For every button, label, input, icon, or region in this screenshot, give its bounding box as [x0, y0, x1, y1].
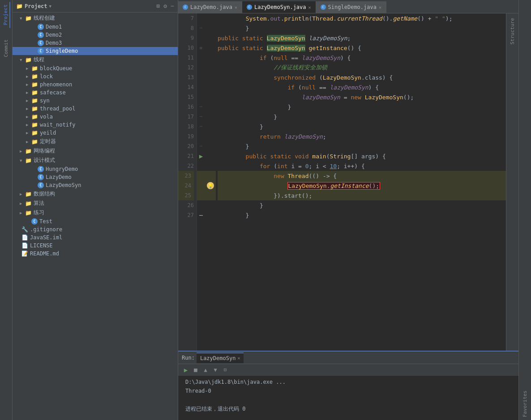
- fold-cell: [197, 181, 205, 191]
- line-num-22: 22: [188, 161, 194, 171]
- tree-label: Demo2: [46, 32, 62, 38]
- tree-item-demo2[interactable]: C Demo2: [13, 31, 178, 39]
- bulb-cell: [205, 132, 216, 141]
- tree-item-timer[interactable]: ▶ 📁 定时器: [13, 137, 178, 146]
- tab-close-icon[interactable]: ✕: [379, 5, 381, 10]
- bulb-cell: [205, 92, 216, 102]
- bulb-cell: [205, 191, 216, 200]
- tree-item-lazy-demo[interactable]: C LazyDemo: [13, 173, 178, 181]
- tree-item-lock[interactable]: ▶ 📁 lock: [13, 72, 178, 81]
- expand-icon: ▼: [20, 158, 25, 163]
- tree-item-javase-iml[interactable]: 📄 JavaSE.iml: [13, 233, 178, 242]
- left-sidebar: Project Commit: [0, 0, 13, 420]
- tree-item-phenomenon[interactable]: ▶ 📁 phenomenon: [13, 81, 178, 89]
- tree-item-gitignore[interactable]: 🔧 .gitignore: [13, 225, 178, 233]
- folder-icon: 📁: [25, 210, 32, 216]
- line-num-18: 18: [188, 122, 194, 132]
- code-line-9: public static LazyDemoSyn lazyDemoSyn;: [218, 33, 506, 43]
- folder-icon: 📁: [31, 106, 38, 112]
- tree-item-yeild[interactable]: ▶ 📁 yeild: [13, 129, 178, 137]
- code-line-14: if (null == lazyDemoSyn) {: [218, 82, 506, 92]
- fold-cell: [197, 200, 205, 210]
- run-up-button[interactable]: ▲: [201, 366, 210, 374]
- bulb-icon[interactable]: 💡: [207, 182, 214, 189]
- tree-item-demo1[interactable]: C Demo1: [13, 23, 178, 31]
- bulb-cell: [205, 112, 216, 122]
- collapse-icon: ▶: [26, 90, 31, 95]
- run-stop-button[interactable]: ■: [192, 366, 200, 374]
- layout-icon[interactable]: ⊞: [157, 3, 160, 9]
- fold-cell: [197, 13, 205, 23]
- tree-item-syn[interactable]: ▶ 📁 syn: [13, 97, 178, 105]
- bulb-cell: [205, 151, 216, 161]
- bulb-cell: [205, 13, 216, 23]
- tree-item-blockqueue[interactable]: ▶ 📁 blockQueue: [13, 64, 178, 72]
- tree-item-data-structure[interactable]: ▶ 📁 数据结构: [13, 189, 178, 199]
- project-header: 📁 Project ▼ ⊞ ⚙ −: [13, 0, 178, 13]
- tree-label: wait_notify: [40, 122, 75, 128]
- tab-label: LazyDemoSyn.java: [254, 4, 306, 10]
- tree-label: 定时器: [40, 138, 56, 145]
- settings-icon[interactable]: ⚙: [163, 3, 167, 9]
- folder-icon: 📁: [31, 139, 38, 145]
- editor-area: C LazyDemo.java ✕ C LazyDemoSyn.java ✕ C…: [178, 0, 518, 420]
- code-line-27: }: [218, 210, 506, 220]
- dropdown-icon[interactable]: ▼: [49, 4, 51, 8]
- sidebar-item-commit[interactable]: Commit: [2, 37, 10, 60]
- run-tab-close[interactable]: ✕: [237, 356, 240, 361]
- tree-item-license[interactable]: 📄 LICENSE: [13, 242, 178, 250]
- bulb-cell: [205, 171, 216, 181]
- sidebar-item-project[interactable]: Project: [2, 2, 10, 28]
- folder-icon: 📁: [31, 98, 38, 104]
- folder-icon: 📁: [25, 200, 32, 207]
- run-wrap-button[interactable]: ⊡: [221, 366, 229, 374]
- tab-single-demo[interactable]: C SingleDemo.java ✕: [316, 1, 386, 13]
- structure-panel: Structure: [506, 13, 518, 351]
- project-title: 📁 Project ▼: [16, 3, 51, 9]
- tree-item-test[interactable]: C Test: [13, 217, 178, 225]
- bulb-cell-24[interactable]: 💡: [205, 181, 216, 191]
- fold-cell: [197, 82, 205, 92]
- tab-close-icon[interactable]: ✕: [235, 5, 237, 10]
- tree-item-vola[interactable]: ▶ 📁 vola: [13, 113, 178, 121]
- folder-icon: 📁: [31, 81, 38, 88]
- tree-item-readme[interactable]: 📝 README.md: [13, 250, 178, 258]
- tree-label: LICENSE: [30, 242, 53, 249]
- collapse-icon: ▶: [26, 123, 31, 127]
- tree-item-safecase[interactable]: ▶ 📁 safecase: [13, 89, 178, 97]
- fold-cell: [197, 161, 205, 171]
- tree-item-design-pattern[interactable]: ▼ 📁 设计模式: [13, 156, 178, 165]
- tree-item-network[interactable]: ▶ 📁 网络编程: [13, 146, 178, 156]
- code-line-17: }: [218, 112, 506, 122]
- tree-item-demo3[interactable]: C Demo3: [13, 39, 178, 47]
- tree-item-thread-creation[interactable]: ▼ 📁 线程创建: [13, 13, 178, 23]
- run-play-button[interactable]: ▶: [182, 366, 190, 374]
- tree-item-hungry-demo[interactable]: C HungryDemo: [13, 165, 178, 173]
- line-num-14: 14: [188, 82, 194, 92]
- folder-icon: 📁: [25, 157, 32, 164]
- tab-lazy-demo-syn[interactable]: C LazyDemoSyn.java ✕: [242, 1, 316, 13]
- tree-item-wait-notify[interactable]: ▶ 📁 wait_notify: [13, 121, 178, 129]
- minimize-icon[interactable]: −: [171, 3, 174, 9]
- line-num-10: 10: [188, 43, 194, 53]
- tree-label: 网络编程: [34, 147, 55, 155]
- fold-cell: ─: [197, 23, 205, 33]
- run-tab[interactable]: LazyDemoSyn ✕: [197, 352, 244, 363]
- run-label: Run:: [182, 355, 195, 361]
- tree-label: vola: [40, 114, 53, 120]
- run-toolbar: ▶ ■ ▲ ▼ ⊡: [178, 364, 518, 376]
- tree-item-thread-pool[interactable]: ▶ 📁 thread_pool: [13, 105, 178, 113]
- tree-item-practice[interactable]: ▶ 📁 练习: [13, 208, 178, 217]
- run-down-button[interactable]: ▼: [211, 366, 219, 374]
- tab-icon: C: [183, 4, 188, 10]
- tab-icon: C: [321, 4, 326, 10]
- tree-label: phenomenon: [40, 81, 72, 88]
- tree-item-algorithm[interactable]: ▶ 📁 算法: [13, 199, 178, 208]
- tree-item-lazy-demo-syn[interactable]: C LazyDemoSyn: [13, 181, 178, 189]
- tab-lazy-demo[interactable]: C LazyDemo.java ✕: [178, 1, 242, 13]
- tree-item-single-demo[interactable]: C SingleDemo: [13, 47, 178, 55]
- tree-item-threads[interactable]: ▼ 📁 线程: [13, 55, 178, 64]
- tab-close-icon[interactable]: ✕: [308, 5, 311, 10]
- sidebar-item-favorites[interactable]: Favorites: [521, 387, 529, 420]
- sidebar-item-structure[interactable]: Structure: [509, 15, 516, 47]
